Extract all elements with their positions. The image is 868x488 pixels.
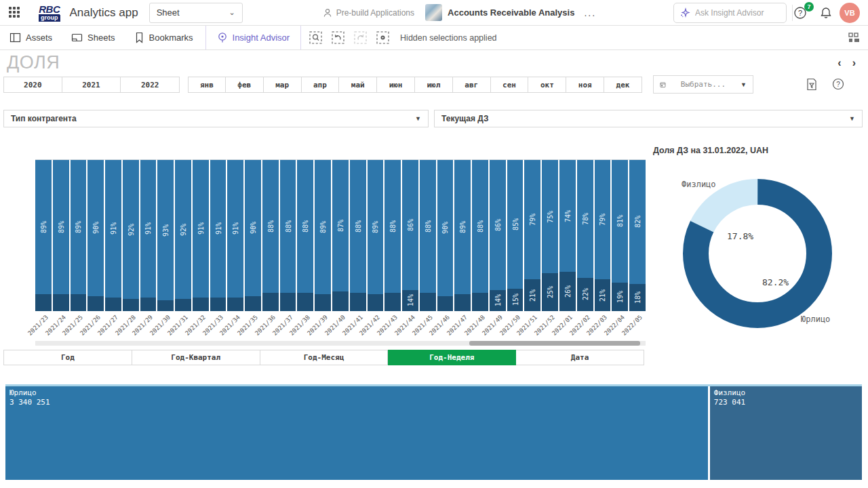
weekly-share-bar-chart[interactable]: 89%89%89%90%91%92%91%93%92%91%91%91%90%8… — [3, 138, 648, 346]
breadcrumb-section[interactable]: Pre-build Applications — [323, 8, 414, 18]
bar-2021/44[interactable]: 86%14% — [402, 160, 418, 311]
bar-secondary-value-label: 26% — [564, 285, 571, 298]
question-circle-icon: ? — [832, 78, 844, 90]
insight-advisor-button[interactable]: Insight Advisor — [205, 26, 302, 49]
bar-2021/42[interactable]: 89% — [368, 160, 384, 311]
bar-2021/26[interactable]: 90% — [87, 160, 104, 311]
insight-advisor-search[interactable] — [673, 3, 787, 23]
bar-2021/41[interactable]: 88% — [350, 160, 366, 311]
month-filter-ноя[interactable]: ноя — [566, 77, 604, 93]
bar-2021/39[interactable]: 89% — [315, 160, 331, 311]
assets-button[interactable]: Assets — [0, 26, 62, 49]
year-filter-2021[interactable]: 2021 — [62, 77, 121, 93]
bar-2021/52[interactable]: 75%25% — [542, 160, 558, 311]
bar-2021/51[interactable]: 79%21% — [524, 160, 540, 311]
treemap-block-Юрлицо[interactable]: Юрлицо3 340 251 — [5, 386, 708, 480]
prev-sheet-button[interactable]: ‹ — [837, 57, 841, 69]
step-back-icon — [332, 31, 344, 44]
bar-2021/47[interactable]: 89% — [454, 160, 471, 311]
chart-scrollbar[interactable] — [35, 341, 646, 346]
bar-2021/28[interactable]: 92% — [123, 160, 139, 311]
bar-2021/45[interactable]: 88% — [420, 160, 436, 311]
bar-2021/36[interactable]: 88% — [262, 160, 279, 311]
smart-search-button[interactable] — [309, 31, 322, 44]
bar-2021/23[interactable]: 89% — [35, 160, 52, 311]
year-filter-2022[interactable]: 2022 — [121, 77, 180, 93]
month-filter-сен[interactable]: сен — [491, 77, 529, 93]
bar-2021/40[interactable]: 87% — [332, 160, 349, 311]
month-filter-дек[interactable]: дек — [604, 77, 642, 93]
bar-2021/27[interactable]: 91% — [105, 160, 121, 311]
date-picker[interactable]: Выбрать... ▼ — [653, 75, 753, 94]
app-launcher-icon[interactable] — [9, 7, 21, 19]
bar-2022/03[interactable]: 79%21% — [595, 160, 611, 311]
bar-2021/24[interactable]: 89% — [53, 160, 69, 311]
selections-tool-button[interactable] — [376, 31, 389, 44]
next-sheet-button[interactable]: › — [852, 57, 856, 69]
bar-value-label: 89% — [75, 221, 82, 233]
sheet-grid-button[interactable] — [848, 26, 860, 49]
scrollbar-thumb[interactable] — [469, 341, 640, 346]
treemap-block-label: Юрлицо3 340 251 — [9, 388, 50, 408]
tab-Год-Квартал[interactable]: Год-Квартал — [132, 350, 260, 365]
bar-2021/37[interactable]: 88% — [280, 160, 296, 311]
bar-2021/50[interactable]: 85%15% — [507, 160, 524, 311]
selections-filter-button[interactable] — [806, 78, 818, 94]
month-filter-фев[interactable]: фев — [226, 77, 264, 93]
share-donut-chart[interactable]: Доля ДЗ на 31.01.2022, UAH Физлицо 17.8%… — [651, 138, 865, 346]
bar-2021/38[interactable]: 88% — [297, 160, 313, 311]
filter-label: Текущая ДЗ — [441, 114, 489, 123]
bookmarks-button[interactable]: Bookmarks — [125, 26, 203, 49]
bar-2021/32[interactable]: 91% — [193, 160, 209, 311]
sheet-selector[interactable]: Sheet ⌄ — [149, 3, 243, 23]
tab-Год[interactable]: Год — [3, 350, 132, 365]
bar-value-label: 90% — [250, 222, 257, 234]
bar-2021/49[interactable]: 86%14% — [490, 160, 506, 311]
more-options-button[interactable]: ... — [584, 7, 596, 18]
notifications-button[interactable] — [819, 6, 833, 22]
bar-2021/46[interactable]: 90% — [437, 160, 454, 311]
document-filter-icon — [806, 78, 818, 91]
month-filter-май[interactable]: май — [339, 77, 377, 93]
month-filter-июн[interactable]: июн — [377, 77, 415, 93]
bar-2021/43[interactable]: 88% — [384, 160, 401, 311]
month-filter-окт[interactable]: окт — [528, 77, 566, 93]
step-back-button[interactable] — [332, 31, 344, 44]
bar-value-label: 90% — [441, 222, 449, 234]
bar-value-label: 86% — [494, 219, 501, 231]
treemap-block-Физлицо[interactable]: Физлицо723 041 — [710, 386, 862, 480]
search-input[interactable] — [695, 8, 776, 18]
month-filter-янв[interactable]: янв — [188, 77, 226, 93]
tab-Год-Неделя[interactable]: Год-Неделя — [388, 350, 516, 365]
month-filter-июл[interactable]: июл — [415, 77, 453, 93]
filter-current-debt[interactable]: Текущая ДЗ ▼ — [434, 110, 863, 127]
month-filter-авг[interactable]: авг — [453, 77, 491, 93]
avatar[interactable]: VB — [840, 3, 860, 23]
bar-2021/30[interactable]: 93% — [157, 160, 174, 311]
bar-2022/04[interactable]: 81%19% — [612, 160, 628, 311]
bar-2021/29[interactable]: 91% — [140, 160, 157, 311]
bar-2022/02[interactable]: 78%22% — [577, 160, 593, 311]
month-filter-мар[interactable]: мар — [264, 77, 302, 93]
bar-2022/05[interactable]: 82%18% — [629, 160, 646, 311]
year-filter-2020[interactable]: 2020 — [3, 77, 62, 93]
help-button[interactable]: ? 7 — [793, 5, 811, 22]
bar-2021/35[interactable]: 90% — [245, 160, 261, 311]
sheets-button[interactable]: Sheets — [62, 26, 124, 49]
bar-value-label: 91% — [144, 222, 152, 235]
svg-text:?: ? — [798, 9, 802, 17]
step-forward-button[interactable] — [354, 31, 367, 44]
bar-2021/25[interactable]: 89% — [71, 160, 87, 311]
bar-2021/48[interactable]: 88% — [472, 160, 488, 311]
bar-2021/33[interactable]: 91% — [210, 160, 226, 311]
tab-Дата[interactable]: Дата — [516, 350, 644, 365]
sheet-help-button[interactable]: ? — [832, 78, 844, 93]
bar-2022/01[interactable]: 74%26% — [559, 160, 576, 311]
tab-Год-Месяц[interactable]: Год-Месяц — [260, 350, 389, 365]
bar-value-label: 88% — [354, 220, 361, 232]
bar-2021/31[interactable]: 92% — [175, 160, 191, 311]
month-filter-апр[interactable]: апр — [302, 77, 340, 93]
chevron-down-icon: ⌄ — [229, 8, 235, 17]
bar-2021/34[interactable]: 91% — [227, 160, 243, 311]
filter-contractor-type[interactable]: Тип контрагента ▼ — [3, 110, 429, 127]
